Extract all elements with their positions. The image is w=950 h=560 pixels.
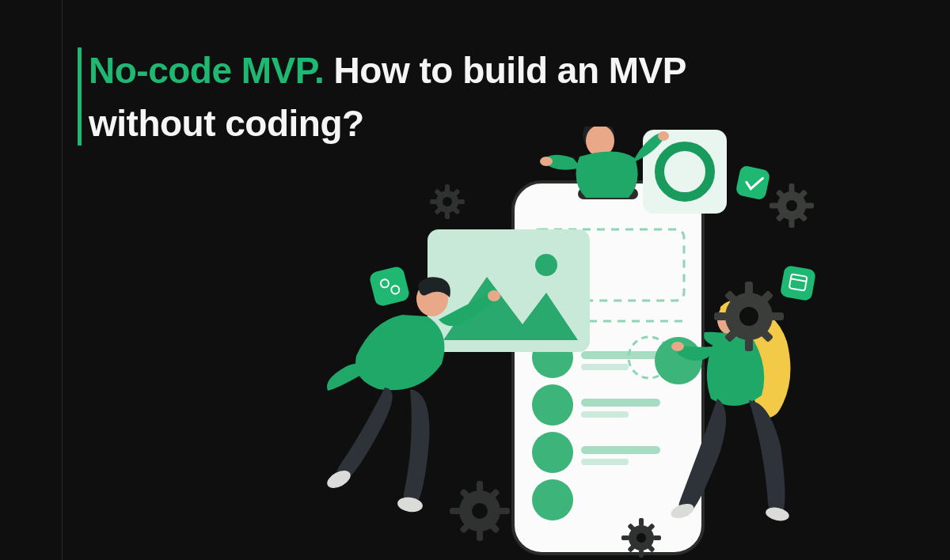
- list-item: [532, 479, 573, 520]
- svg-point-31: [658, 131, 669, 141]
- heading-accent-bar: [78, 47, 82, 146]
- svg-point-33: [488, 290, 500, 301]
- svg-rect-49: [745, 339, 753, 351]
- svg-point-39: [765, 505, 791, 523]
- person-left: [325, 277, 500, 513]
- svg-rect-79: [639, 550, 644, 558]
- svg-rect-40: [368, 265, 410, 307]
- svg-rect-43: [735, 165, 770, 200]
- settings-badge-icon: [368, 265, 410, 307]
- check-badge-icon: [735, 165, 770, 200]
- svg-rect-19: [581, 411, 629, 418]
- svg-rect-81: [621, 535, 629, 540]
- svg-point-86: [636, 533, 646, 543]
- svg-rect-2: [445, 211, 450, 219]
- svg-rect-48: [745, 282, 753, 294]
- gear-icon: [430, 184, 465, 219]
- svg-rect-3: [457, 199, 465, 204]
- svg-point-56: [739, 307, 758, 326]
- svg-rect-44: [780, 265, 816, 301]
- svg-rect-80: [653, 535, 661, 540]
- svg-rect-68: [477, 481, 483, 492]
- svg-point-35: [397, 496, 424, 513]
- gear-icon: [770, 184, 814, 228]
- image-placeholder-card: [428, 229, 590, 352]
- svg-rect-51: [714, 312, 727, 320]
- hero-illustration: [309, 127, 895, 560]
- svg-rect-71: [450, 508, 461, 514]
- svg-rect-58: [789, 184, 795, 193]
- svg-point-66: [786, 200, 797, 211]
- svg-rect-70: [499, 508, 510, 514]
- svg-rect-18: [581, 399, 660, 407]
- svg-point-17: [532, 384, 573, 426]
- svg-point-30: [540, 157, 553, 166]
- svg-rect-16: [581, 364, 629, 370]
- svg-rect-60: [804, 203, 814, 209]
- svg-point-76: [472, 503, 488, 519]
- svg-rect-4: [430, 199, 438, 204]
- svg-rect-69: [477, 530, 483, 541]
- title-accent-text: No-code MVP.: [89, 50, 324, 91]
- svg-rect-78: [639, 518, 644, 526]
- svg-rect-1: [445, 184, 450, 192]
- svg-rect-61: [770, 203, 779, 209]
- vertical-divider: [62, 0, 63, 560]
- svg-point-23: [532, 479, 573, 520]
- svg-rect-15: [581, 351, 660, 359]
- svg-rect-22: [581, 459, 629, 465]
- calendar-badge-icon: [780, 265, 816, 301]
- svg-rect-50: [771, 312, 784, 320]
- svg-rect-21: [581, 446, 660, 454]
- svg-rect-59: [789, 218, 795, 228]
- svg-point-26: [535, 254, 557, 276]
- gear-icon: [450, 481, 510, 541]
- svg-point-37: [671, 342, 684, 351]
- svg-point-20: [532, 432, 573, 473]
- svg-point-9: [443, 197, 452, 206]
